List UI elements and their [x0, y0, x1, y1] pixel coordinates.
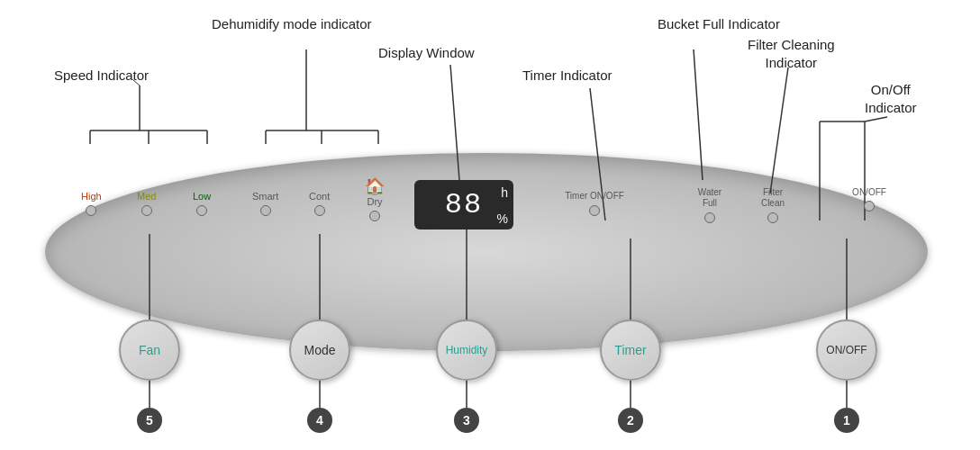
speed-indicator-label: Speed Indicator — [54, 68, 149, 83]
mode-dry-indicator: 🏠 Dry — [365, 176, 385, 225]
display-unit-pct: % — [497, 212, 508, 226]
number-timer: 2 — [618, 408, 643, 433]
mode-button[interactable]: Mode — [289, 320, 350, 381]
mode-smart-light — [260, 205, 271, 216]
filter-clean-indicator: FilterClean — [750, 187, 795, 227]
mode-cont-light — [314, 205, 325, 216]
onoff-button[interactable]: ON/OFF — [816, 320, 877, 381]
display-digits: 88 — [445, 188, 483, 221]
speed-high-indicator: High — [81, 191, 102, 220]
svg-line-18 — [865, 117, 887, 122]
onoff-indicator-label: On/OffIndicator — [865, 81, 917, 116]
number-mode: 4 — [307, 408, 332, 433]
dry-icon: 🏠 — [365, 177, 385, 195]
timer-indicator-label: Timer Indicator — [522, 68, 612, 83]
timer-onoff-light — [589, 205, 600, 216]
water-full-indicator: WaterFull — [687, 187, 732, 227]
mode-smart-indicator: Smart — [252, 191, 278, 220]
number-onoff: 1 — [834, 408, 859, 433]
bucket-full-label: Bucket Full Indicator — [658, 16, 780, 32]
svg-line-14 — [770, 68, 788, 194]
display-unit-h: h — [501, 185, 508, 200]
onoff-light — [864, 201, 875, 212]
fan-button[interactable]: Fan — [119, 320, 180, 381]
svg-line-13 — [694, 50, 703, 180]
number-fan: 5 — [137, 408, 162, 433]
number-humidity: 3 — [454, 408, 479, 433]
timer-onoff-indicator: Timer ON/OFF — [563, 191, 626, 220]
water-full-light — [704, 212, 715, 223]
mode-cont-indicator: Cont — [309, 191, 330, 220]
speed-med-light — [141, 205, 152, 216]
speed-low-indicator: Low — [193, 191, 211, 220]
display-window-label: Display Window — [378, 45, 475, 60]
onoff-panel-indicator: ON/OFF — [847, 187, 892, 215]
mode-dry-light — [369, 211, 380, 221]
timer-button[interactable]: Timer — [600, 320, 661, 381]
speed-med-indicator: Med — [137, 191, 156, 220]
humidity-button[interactable]: Humidity — [436, 320, 497, 381]
filter-clean-light — [767, 212, 778, 223]
panel-container: Speed Indicator Dehumidify mode indicato… — [0, 0, 980, 450]
speed-high-light — [86, 205, 96, 216]
display-window: 88 h % — [414, 180, 513, 230]
filter-cleaning-label: Filter CleaningIndicator — [748, 36, 835, 71]
dehumidify-mode-label: Dehumidify mode indicator — [212, 16, 372, 32]
speed-low-light — [196, 205, 207, 216]
